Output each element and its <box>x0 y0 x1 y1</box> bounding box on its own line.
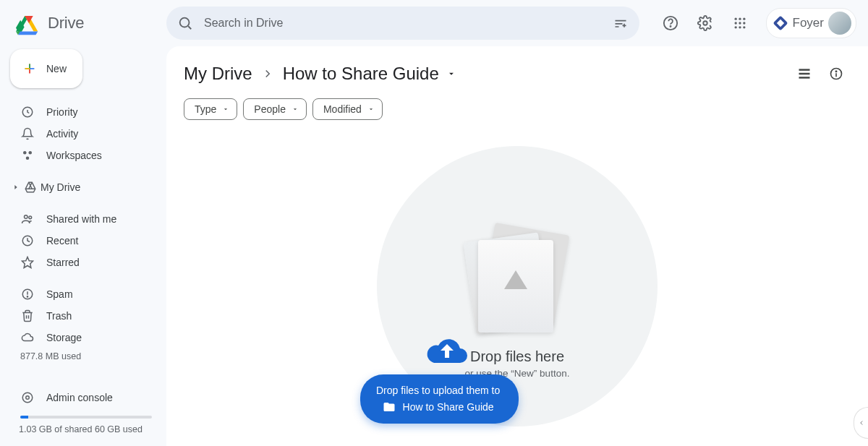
svg-point-20 <box>25 215 28 219</box>
sidebar-label: My Drive <box>41 181 80 193</box>
sidebar-item-recent[interactable]: Recent <box>9 230 155 252</box>
sidebar-label: Activity <box>46 128 78 140</box>
plus-icon <box>22 61 38 77</box>
breadcrumb-current[interactable]: How to Share Guide <box>283 64 456 84</box>
bell-icon <box>20 126 35 141</box>
svg-line-1 <box>188 26 191 29</box>
sidebar-item-shared[interactable]: Shared with me <box>9 208 155 230</box>
caret-down-icon <box>446 69 456 79</box>
search-filter-icon[interactable] <box>612 14 629 32</box>
sidebar-item-admin[interactable]: Admin console <box>9 387 155 408</box>
logo-area[interactable]: Drive <box>12 10 166 36</box>
cloud-icon <box>20 330 35 345</box>
search-icon[interactable] <box>176 14 194 32</box>
svg-point-0 <box>180 18 190 27</box>
caret-down-icon <box>367 106 375 113</box>
sidebar-label: Priority <box>46 106 78 118</box>
trash-icon <box>20 309 35 323</box>
svg-point-26 <box>27 296 27 297</box>
svg-point-8 <box>734 22 736 24</box>
svg-point-11 <box>734 26 736 28</box>
svg-rect-29 <box>799 69 810 71</box>
svg-point-4 <box>703 21 707 25</box>
svg-point-17 <box>23 151 27 155</box>
foyer-label: Foyer <box>793 16 824 30</box>
foyer-logo-icon <box>773 15 788 31</box>
star-icon <box>20 255 35 270</box>
svg-point-18 <box>29 151 33 155</box>
settings-gear-icon[interactable] <box>691 9 720 38</box>
sidebar-label: Recent <box>46 235 78 246</box>
svg-marker-23 <box>22 257 33 268</box>
sidebar-label: Shared with me <box>46 213 116 225</box>
chevron-left-icon <box>858 419 865 426</box>
sidebar-item-activity[interactable]: Activity <box>9 123 155 145</box>
sidebar-label: Starred <box>46 257 80 268</box>
svg-point-5 <box>734 18 736 20</box>
filter-chip-type[interactable]: Type <box>184 98 237 120</box>
app-name: Drive <box>48 14 84 33</box>
sidebar-item-starred[interactable]: Starred <box>9 252 155 273</box>
svg-point-27 <box>26 396 30 400</box>
svg-point-19 <box>26 157 30 160</box>
storage-used-text: 877.8 MB used <box>9 351 155 361</box>
tooltip-line1: Drop files to upload them to <box>376 385 500 396</box>
file-stack-graphic <box>474 233 561 334</box>
filter-chip-modified[interactable]: Modified <box>312 98 383 120</box>
filter-chips: Type People Modified <box>184 98 851 120</box>
svg-point-12 <box>739 26 741 28</box>
sidebar-label: Workspaces <box>46 150 102 161</box>
svg-point-6 <box>739 18 741 20</box>
svg-point-28 <box>22 393 33 403</box>
drive-logo-icon <box>16 10 42 36</box>
svg-rect-31 <box>799 77 810 79</box>
sidebar-item-trash[interactable]: Trash <box>9 305 155 327</box>
admin-icon <box>20 390 35 405</box>
caret-down-icon <box>292 106 299 113</box>
sidebar-label: Trash <box>46 310 72 322</box>
chevron-right-icon <box>261 67 274 80</box>
sidebar-item-priority[interactable]: Priority <box>9 101 155 123</box>
help-icon[interactable] <box>656 9 685 38</box>
workspaces-icon <box>20 148 35 163</box>
sidebar-label: Spam <box>46 288 73 300</box>
clock-icon <box>20 233 35 248</box>
filter-chip-people[interactable]: People <box>243 98 307 120</box>
folder-icon <box>383 400 396 413</box>
drive-outline-icon <box>23 180 38 194</box>
info-icon[interactable] <box>822 59 851 88</box>
new-button-label: New <box>46 63 67 74</box>
storage-bar <box>20 416 152 419</box>
sidebar-item-workspaces[interactable]: Workspaces <box>9 145 155 166</box>
sidebar-item-storage[interactable]: Storage <box>9 327 155 348</box>
sidebar-item-spam[interactable]: Spam <box>9 283 155 305</box>
apps-grid-icon[interactable] <box>726 9 754 38</box>
breadcrumb: My Drive How to Share Guide <box>184 64 456 84</box>
sidebar-label: Admin console <box>46 392 113 403</box>
caret-down-icon <box>222 106 229 113</box>
svg-point-7 <box>743 18 745 20</box>
svg-point-34 <box>835 71 836 72</box>
upload-tooltip: Drop files to upload them to How to Shar… <box>360 374 519 424</box>
drop-title: Drop files here <box>470 348 564 365</box>
sidebar-item-my-drive[interactable]: My Drive <box>9 176 155 198</box>
sidebar-label: Storage <box>46 332 82 343</box>
list-view-toggle-icon[interactable] <box>790 59 819 88</box>
breadcrumb-root[interactable]: My Drive <box>184 64 252 84</box>
spam-icon <box>20 287 35 301</box>
svg-point-9 <box>739 22 741 24</box>
tooltip-folder-name: How to Share Guide <box>403 401 494 413</box>
svg-point-3 <box>670 26 671 27</box>
new-button[interactable]: New <box>10 49 82 88</box>
priority-icon <box>20 105 35 119</box>
avatar[interactable] <box>828 12 851 35</box>
expand-caret-icon[interactable] <box>12 184 20 191</box>
account-chip[interactable]: Foyer <box>766 8 856 38</box>
app-header: Drive Foyer <box>0 0 868 46</box>
main-panel: My Drive How to Share Guide Type People … <box>166 46 868 446</box>
storage-shared-text: 1.03 GB of shared 60 GB used <box>9 424 155 434</box>
search-bar[interactable] <box>166 7 639 40</box>
sidebar: New Priority Activity Workspaces My Driv… <box>0 46 166 446</box>
search-input[interactable] <box>204 17 612 30</box>
svg-point-21 <box>29 216 32 219</box>
